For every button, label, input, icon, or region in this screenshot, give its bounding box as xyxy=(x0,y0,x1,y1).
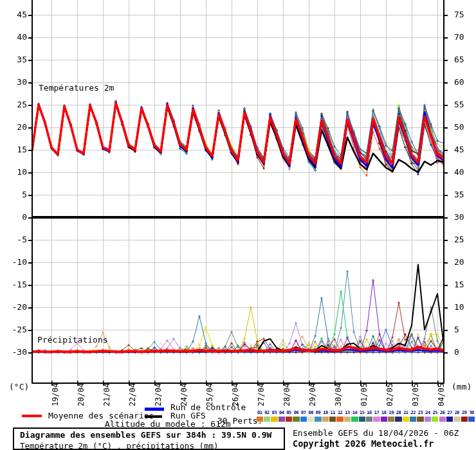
pert-cell: 20 xyxy=(395,410,402,422)
run-info-label: Ensemble GEFS du 18/04/2026 - 06Z xyxy=(293,428,459,438)
pert-number: 13 xyxy=(345,410,349,416)
pert-number: 08 xyxy=(308,410,313,416)
pert-cell: 07 xyxy=(300,410,307,422)
pert-cell: 02 xyxy=(263,410,270,422)
pert-color-swatch xyxy=(351,417,358,422)
pert-number: 30 xyxy=(469,410,473,416)
pert-color-swatch xyxy=(315,417,321,422)
pert-cell: 27 xyxy=(446,410,453,422)
pert-cell: 30 xyxy=(468,410,475,422)
pert-number: 16 xyxy=(367,410,371,416)
pert-cell: 11 xyxy=(329,410,336,422)
pert-color-swatch xyxy=(359,417,365,422)
pert-number: 04 xyxy=(279,410,284,416)
pert-cell: 05 xyxy=(285,410,292,422)
pert-number: 05 xyxy=(286,410,291,416)
pert-color-swatch xyxy=(344,417,351,422)
pert-color-swatch xyxy=(395,417,401,422)
pert-color-swatch xyxy=(322,417,329,422)
pert-color-swatch xyxy=(461,417,468,422)
pert-number: 29 xyxy=(462,410,466,416)
pert-number: 23 xyxy=(418,410,423,416)
pert-color-swatch xyxy=(329,417,336,422)
pert-color-swatch xyxy=(300,417,307,422)
pert-color-swatch xyxy=(425,417,431,422)
pert-color-swatch xyxy=(410,417,416,422)
pert-color-swatch xyxy=(279,417,285,422)
pert-number: 15 xyxy=(360,410,364,416)
pert-cell: 08 xyxy=(307,410,315,422)
chart-subtitle: Température 2m (°C) , précipitations (mm… xyxy=(20,441,284,450)
ensemble-mean-line-swatch xyxy=(22,415,42,417)
pert-number: 07 xyxy=(301,410,306,416)
pert-number: 25 xyxy=(433,410,437,416)
ensemble-chart-canvas xyxy=(0,0,476,408)
pert-color-swatch xyxy=(403,417,409,422)
pert-color-swatch xyxy=(264,417,270,422)
pert-cell: 12 xyxy=(336,410,343,422)
pert-cell: 04 xyxy=(278,410,285,422)
pert-cell: 19 xyxy=(387,410,394,422)
pert-cell: 03 xyxy=(271,410,278,422)
pert-color-swatch xyxy=(366,417,372,422)
pert-color-swatch xyxy=(432,417,438,422)
pert-number: 20 xyxy=(396,410,401,416)
pert-cell: 14 xyxy=(351,410,358,422)
pert-color-swatch xyxy=(417,417,423,422)
pert-cell: 15 xyxy=(358,410,365,422)
pert-number: 12 xyxy=(338,410,342,416)
perturbation-color-strip: 0102030405060708091011121314151617181920… xyxy=(256,410,475,422)
pert-color-swatch xyxy=(307,417,314,422)
pert-cell: 21 xyxy=(402,410,409,422)
pert-cell: 26 xyxy=(439,410,446,422)
gefs-ensemble-meteogram: Run de contrôle Moyenne des scénarios Ru… xyxy=(0,0,476,450)
pert-color-swatch xyxy=(439,417,446,422)
pert-cell: 25 xyxy=(432,410,439,422)
pert-cell: 09 xyxy=(315,410,322,422)
pert-cell: 28 xyxy=(453,410,461,422)
pert-color-swatch xyxy=(257,417,263,422)
pert-number: 24 xyxy=(425,410,430,416)
pert-color-swatch xyxy=(336,417,343,422)
pert-number: 06 xyxy=(294,410,298,416)
pert-color-swatch xyxy=(286,417,292,422)
pert-number: 21 xyxy=(403,410,408,416)
pert-number: 18 xyxy=(381,410,386,416)
gfs-run-line-swatch xyxy=(145,415,162,418)
pert-color-swatch xyxy=(453,417,460,422)
pert-number: 17 xyxy=(374,410,379,416)
pert-cell: 13 xyxy=(343,410,351,422)
pert-number: 19 xyxy=(389,410,393,416)
pert-cell: 29 xyxy=(461,410,468,422)
pert-number: 28 xyxy=(455,410,459,416)
pert-color-swatch xyxy=(271,417,277,422)
pert-number: 01 xyxy=(257,410,262,416)
pert-color-swatch xyxy=(446,417,453,422)
pert-color-swatch xyxy=(381,417,387,422)
pert-number: 02 xyxy=(264,410,269,416)
copyright-label: Copyright 2026 Meteociel.fr xyxy=(293,438,434,449)
pert-number: 22 xyxy=(411,410,416,416)
pert-color-swatch xyxy=(293,417,299,422)
pert-cell: 23 xyxy=(417,410,424,422)
pert-cell: 06 xyxy=(293,410,300,422)
pert-cell: 18 xyxy=(380,410,387,422)
pert-color-swatch xyxy=(388,417,394,422)
pert-cell: 01 xyxy=(256,410,263,422)
chart-title-box: Diagramme des ensembles GEFS sur 384h : … xyxy=(13,428,285,450)
pert-number: 10 xyxy=(323,410,327,416)
pert-number: 27 xyxy=(447,410,452,416)
chart-title: Diagramme des ensembles GEFS sur 384h : … xyxy=(20,430,284,440)
pert-cell: 16 xyxy=(365,410,372,422)
pert-cell: 24 xyxy=(424,410,431,422)
pert-color-swatch xyxy=(468,417,475,422)
pert-number: 03 xyxy=(272,410,277,416)
pert-number: 14 xyxy=(352,410,357,416)
pert-number: 26 xyxy=(440,410,444,416)
pert-number: 11 xyxy=(331,410,335,416)
pert-color-swatch xyxy=(373,417,380,422)
pert-number: 09 xyxy=(316,410,320,416)
pert-cell: 22 xyxy=(410,410,417,422)
pert-cell: 17 xyxy=(373,410,380,422)
pert-cell: 10 xyxy=(322,410,329,422)
